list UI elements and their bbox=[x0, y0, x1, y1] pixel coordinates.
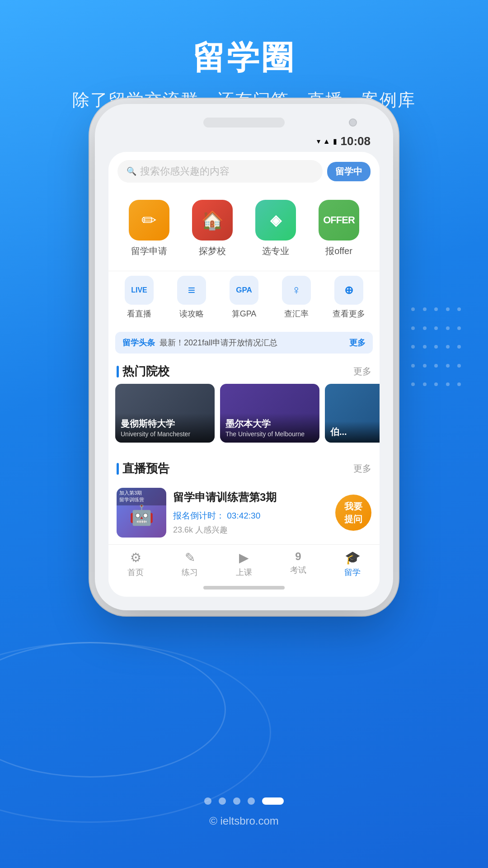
wifi-icon: ▾ bbox=[317, 137, 320, 146]
nav-home[interactable]: ⚙ 首页 bbox=[108, 550, 163, 578]
livestream-more[interactable]: 更多 bbox=[353, 462, 371, 475]
uni-card-melbourne[interactable]: 墨尔本大学 The University of Melbourne bbox=[220, 384, 319, 443]
dot-3[interactable] bbox=[233, 797, 240, 805]
dot-4[interactable] bbox=[248, 797, 255, 805]
live-icon: LIVE bbox=[125, 276, 154, 305]
melbourne-name-cn: 墨尔本大学 bbox=[225, 418, 314, 430]
nav-study-abroad[interactable]: 🎓 留学 bbox=[325, 550, 380, 578]
dot-pattern bbox=[411, 307, 465, 398]
exam-label: 考试 bbox=[290, 565, 306, 576]
phone-notch bbox=[203, 118, 285, 127]
live-thumbnail: 加入第3期留学训练营 🤖 bbox=[117, 488, 166, 538]
manchester-name-cn: 曼彻斯特大学 bbox=[121, 418, 209, 430]
uni-card-third[interactable]: 伯... bbox=[325, 384, 380, 443]
phone-camera bbox=[349, 118, 357, 127]
practice-label: 练习 bbox=[182, 567, 198, 578]
live-thumb-text: 加入第3期留学训练营 bbox=[117, 488, 166, 505]
status-time: 10:08 bbox=[341, 134, 371, 148]
hot-schools-header: 热门院校 更多 bbox=[108, 357, 380, 384]
more-icon: ⊕ bbox=[334, 276, 363, 305]
livestream-header: 直播预告 更多 bbox=[108, 454, 380, 481]
exchange-label: 查汇率 bbox=[284, 308, 309, 319]
live-card[interactable]: 加入第3期留学训练营 🤖 留学申请训练营第3期 报名倒计时： 03:42:30 … bbox=[108, 481, 380, 544]
exchange-icon: ♀ bbox=[282, 276, 311, 305]
battery-icon: ▮ bbox=[333, 137, 337, 146]
guide-label: 读攻略 bbox=[179, 308, 204, 319]
home-bar bbox=[203, 586, 285, 590]
choose-major-label: 选专业 bbox=[262, 245, 289, 257]
news-more[interactable]: 更多 bbox=[349, 337, 366, 348]
copyright: © ieltsbro.com bbox=[0, 815, 488, 845]
live-title: 留学申请训练营第3期 bbox=[173, 490, 328, 505]
live-cta-button[interactable]: 我要 提问 bbox=[335, 495, 371, 531]
search-bar: 🔍 搜索你感兴趣的内容 留学中 bbox=[108, 152, 380, 191]
sec-icon-more[interactable]: ⊕ 查看更多 bbox=[323, 276, 375, 319]
report-offer-label: 报offer bbox=[325, 245, 352, 257]
countdown-label: 报名倒计时： bbox=[173, 511, 225, 520]
bottom-navigation: ⚙ 首页 ✎ 练习 ▶ 上课 9 考试 🎓 留学 bbox=[108, 544, 380, 581]
hot-schools-title: 热门院校 bbox=[117, 363, 169, 379]
signal-icon: ▲ bbox=[323, 137, 330, 146]
live-mascot: 🤖 bbox=[129, 503, 154, 527]
status-bar: ▾ ▲ ▮ 10:08 bbox=[108, 134, 380, 152]
icon-report-offer[interactable]: OFFER 报offer bbox=[307, 195, 371, 262]
secondary-icons-grid: LIVE 看直播 ≡ 读攻略 GPA 算GPA ♀ 查汇率 ⊕ 查看更多 bbox=[108, 271, 380, 328]
nav-class[interactable]: ▶ 上课 bbox=[217, 550, 271, 578]
third-name-cn: 伯... bbox=[330, 426, 380, 438]
study-label: 留学 bbox=[344, 567, 361, 578]
icon-explore-school[interactable]: 🏠 探梦校 bbox=[181, 195, 244, 262]
phone-frame: ▾ ▲ ▮ 10:08 🔍 搜索你感兴趣的内容 留学中 ✏ 留学申请 bbox=[95, 104, 393, 610]
melbourne-content: 墨尔本大学 The University of Melbourne bbox=[220, 413, 319, 443]
sec-icon-gpa[interactable]: GPA 算GPA bbox=[218, 276, 270, 319]
search-input[interactable]: 🔍 搜索你感兴趣的内容 bbox=[117, 160, 323, 183]
class-icon: ▶ bbox=[239, 550, 249, 565]
copyright-text: © ieltsbro.com bbox=[209, 815, 279, 827]
sec-icon-exchange[interactable]: ♀ 查汇率 bbox=[270, 276, 323, 319]
phone-mockup: ▾ ▲ ▮ 10:08 🔍 搜索你感兴趣的内容 留学中 ✏ 留学申请 bbox=[95, 104, 393, 610]
study-abroad-icon: ✏ bbox=[129, 200, 169, 241]
explore-school-icon: 🏠 bbox=[192, 200, 233, 241]
phone-top bbox=[108, 118, 380, 127]
dot-5-active[interactable] bbox=[262, 797, 284, 805]
phone-home-indicator bbox=[108, 581, 380, 597]
sec-icon-live[interactable]: LIVE 看直播 bbox=[113, 276, 165, 319]
news-ticker[interactable]: 留学头条 最新！2021fall申请开放情况汇总 更多 bbox=[115, 332, 373, 354]
gpa-label: 算GPA bbox=[232, 308, 257, 319]
nav-practice[interactable]: ✎ 练习 bbox=[163, 550, 217, 578]
live-info: 留学申请训练营第3期 报名倒计时： 03:42:30 23.6k 人感兴趣 bbox=[173, 490, 328, 535]
news-text: 最新！2021fall申请开放情况汇总 bbox=[160, 337, 345, 348]
melbourne-name-en: The University of Melbourne bbox=[225, 430, 314, 438]
practice-icon: ✎ bbox=[185, 550, 195, 565]
more-label: 查看更多 bbox=[333, 308, 365, 319]
uni-card-manchester[interactable]: 曼彻斯特大学 University of Manchester bbox=[115, 384, 215, 443]
sec-icon-guide[interactable]: ≡ 读攻略 bbox=[165, 276, 218, 319]
explore-school-label: 探梦校 bbox=[199, 245, 226, 257]
exam-icon: 9 bbox=[295, 550, 301, 563]
livestream-title: 直播预告 bbox=[117, 461, 169, 476]
live-label: 看直播 bbox=[127, 308, 151, 319]
search-placeholder: 搜索你感兴趣的内容 bbox=[140, 165, 230, 178]
countdown-value: 03:42:30 bbox=[227, 511, 260, 520]
dot-2[interactable] bbox=[219, 797, 226, 805]
dot-1[interactable] bbox=[204, 797, 211, 805]
search-badge[interactable]: 留学中 bbox=[327, 162, 371, 181]
pagination-dots bbox=[0, 779, 488, 814]
study-icon: 🎓 bbox=[345, 550, 361, 565]
status-icons: ▾ ▲ ▮ bbox=[317, 137, 337, 146]
choose-major-icon: ◈ bbox=[255, 200, 296, 241]
phone-screen: 🔍 搜索你感兴趣的内容 留学中 ✏ 留学申请 🏠 探梦校 ◈ 选专业 bbox=[108, 152, 380, 597]
study-abroad-label: 留学申请 bbox=[131, 245, 167, 257]
main-icons-grid: ✏ 留学申请 🏠 探梦校 ◈ 选专业 OFFER 报offer bbox=[108, 191, 380, 271]
icon-choose-major[interactable]: ◈ 选专业 bbox=[244, 195, 307, 262]
nav-exam[interactable]: 9 考试 bbox=[271, 550, 325, 578]
hot-schools-more[interactable]: 更多 bbox=[353, 365, 371, 377]
home-icon: ⚙ bbox=[130, 550, 141, 565]
live-interest: 23.6k 人感兴趣 bbox=[173, 524, 328, 535]
home-label: 首页 bbox=[127, 567, 144, 578]
page-header: 留学圈 除了留学交流群，还有问答、直播、案例库 bbox=[0, 0, 488, 112]
manchester-name-en: University of Manchester bbox=[121, 430, 209, 438]
third-content: 伯... bbox=[325, 421, 380, 443]
page-title: 留学圈 bbox=[0, 36, 488, 80]
livestream-section: 直播预告 更多 加入第3期留学训练营 🤖 留学申请训练营第3期 报名倒计时： 0… bbox=[108, 454, 380, 544]
icon-study-abroad[interactable]: ✏ 留学申请 bbox=[117, 195, 181, 262]
